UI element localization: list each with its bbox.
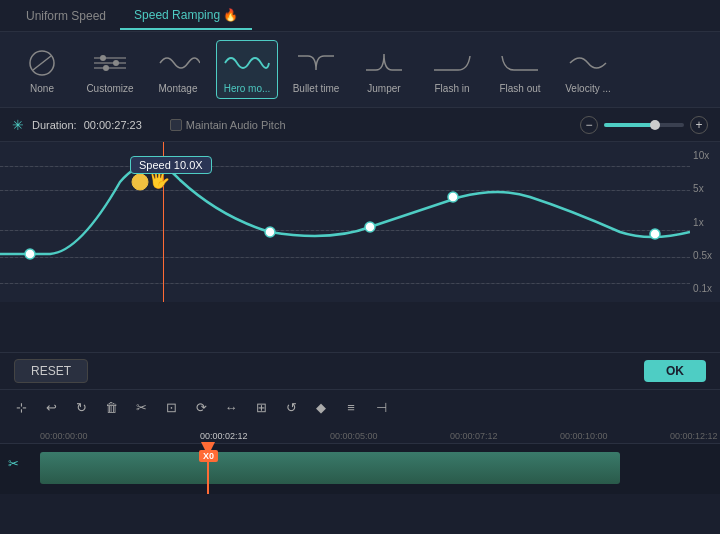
svg-line-1 [33, 56, 51, 70]
svg-point-11 [365, 222, 375, 232]
svg-point-9 [132, 174, 148, 190]
timeline-clip[interactable] [40, 452, 620, 484]
preset-flash-out-icon [496, 45, 544, 81]
tool-split[interactable]: ⊣ [370, 396, 392, 418]
preset-flash-in-icon [428, 45, 476, 81]
duration-label: Duration: 00:00:27:23 [32, 119, 142, 131]
preset-jumper-icon [360, 45, 408, 81]
svg-point-13 [650, 229, 660, 239]
reset-button[interactable]: RESET [14, 359, 88, 383]
preset-bullet-label: Bullet time [293, 83, 340, 94]
preset-none-label: None [30, 83, 54, 94]
ts-0: 00:00:00:00 [40, 431, 88, 441]
timeline-area: 00:00:00:00 00:00:02:12 00:00:05:00 00:0… [0, 424, 720, 494]
preset-flash-in-label: Flash in [434, 83, 469, 94]
zoom-slider[interactable] [604, 123, 684, 127]
tool-delete[interactable]: 🗑 [100, 396, 122, 418]
zoom-slider-thumb [650, 120, 660, 130]
ok-button[interactable]: OK [644, 360, 706, 382]
preset-montage[interactable]: Montage [148, 41, 208, 98]
time-labels-row: 00:00:00:00 00:00:02:12 00:00:05:00 00:0… [40, 422, 720, 441]
ts-2: 00:00:05:00 [330, 431, 378, 441]
tool-undo[interactable]: ↩ [40, 396, 62, 418]
bottom-spacer [0, 302, 720, 352]
zoom-controls: − + [580, 116, 708, 134]
ts-1: 00:00:02:12 [200, 431, 248, 441]
zoom-slider-fill [604, 123, 652, 127]
y-label-10x: 10x [693, 150, 712, 161]
preset-customize-icon [86, 45, 134, 81]
presets-row: None Customize Montage [0, 32, 720, 108]
preset-jumper-label: Jumper [367, 83, 400, 94]
preset-jumper[interactable]: Jumper [354, 41, 414, 98]
preset-hero[interactable]: Hero mo... [216, 40, 278, 99]
svg-point-6 [113, 60, 119, 66]
speed-tooltip: Speed 10.0X [130, 156, 212, 174]
tab-speed-ramping[interactable]: Speed Ramping 🔥 [120, 2, 252, 30]
tool-crop[interactable]: ⊡ [160, 396, 182, 418]
graph-area: Speed 10.0X 🖐 10x 5x 1x 0.5x 0.1x [0, 142, 720, 302]
preset-none-icon [18, 45, 66, 81]
y-label-05x: 0.5x [693, 250, 712, 261]
ts-4: 00:00:10:00 [560, 431, 608, 441]
audio-pitch-row: Maintain Audio Pitch [170, 119, 286, 131]
preset-montage-icon [154, 45, 202, 81]
audio-pitch-checkbox[interactable] [170, 119, 182, 131]
controls-bar: ✳ Duration: 00:00:27:23 Maintain Audio P… [0, 108, 720, 142]
graph-y-labels: 10x 5x 1x 0.5x 0.1x [693, 142, 712, 302]
timeline-track: ✂ X0 [0, 444, 720, 494]
preset-none[interactable]: None [12, 41, 72, 98]
timeline-toolbar: ⊹ ↩ ↻ 🗑 ✂ ⊡ ⟳ ↔ ⊞ ↺ ◆ ≡ ⊣ [0, 390, 720, 424]
preset-velocity[interactable]: Velocity ... [558, 41, 618, 98]
svg-point-12 [448, 192, 458, 202]
tool-redo[interactable]: ↻ [70, 396, 92, 418]
preset-hero-icon [223, 45, 271, 81]
ts-5: 00:00:12:12 [670, 431, 718, 441]
audio-pitch-label: Maintain Audio Pitch [186, 119, 286, 131]
cut-marker: X0 [199, 450, 218, 462]
preset-montage-label: Montage [159, 83, 198, 94]
preset-flash-out[interactable]: Flash out [490, 41, 550, 98]
preset-velocity-icon [564, 45, 612, 81]
tool-select[interactable]: ⊹ [10, 396, 32, 418]
tool-adjust[interactable]: ≡ [340, 396, 362, 418]
ts-3: 00:00:07:12 [450, 431, 498, 441]
tool-cut[interactable]: ✂ [130, 396, 152, 418]
preset-flash-out-label: Flash out [499, 83, 540, 94]
tab-uniform-speed[interactable]: Uniform Speed [12, 3, 120, 29]
track-icon: ✂ [8, 456, 19, 471]
svg-point-8 [25, 249, 35, 259]
preset-velocity-label: Velocity ... [565, 83, 611, 94]
tool-rotate[interactable]: ⟳ [190, 396, 212, 418]
speed-curve-svg [0, 142, 690, 302]
duration-value: 00:00:27:23 [84, 119, 142, 131]
svg-point-10 [265, 227, 275, 237]
y-label-01x: 0.1x [693, 283, 712, 294]
svg-point-5 [100, 55, 106, 61]
tool-transform[interactable]: ⊞ [250, 396, 272, 418]
action-bar: RESET OK [0, 352, 720, 390]
preset-customize-label: Customize [86, 83, 133, 94]
tool-flip[interactable]: ↔ [220, 396, 242, 418]
preset-bullet-icon [292, 45, 340, 81]
timeline-ruler: 00:00:00:00 00:00:02:12 00:00:05:00 00:0… [0, 424, 720, 444]
preset-bullet[interactable]: Bullet time [286, 41, 346, 98]
preset-customize[interactable]: Customize [80, 41, 140, 98]
y-label-1x: 1x [693, 217, 712, 228]
tab-bar: Uniform Speed Speed Ramping 🔥 [0, 0, 720, 32]
preset-hero-label: Hero mo... [224, 83, 271, 94]
preset-flash-in[interactable]: Flash in [422, 41, 482, 98]
y-label-5x: 5x [693, 183, 712, 194]
freeze-icon[interactable]: ✳ [12, 117, 24, 133]
svg-point-7 [103, 65, 109, 71]
tool-keyframe[interactable]: ◆ [310, 396, 332, 418]
zoom-minus-btn[interactable]: − [580, 116, 598, 134]
zoom-plus-btn[interactable]: + [690, 116, 708, 134]
tool-loop[interactable]: ↺ [280, 396, 302, 418]
